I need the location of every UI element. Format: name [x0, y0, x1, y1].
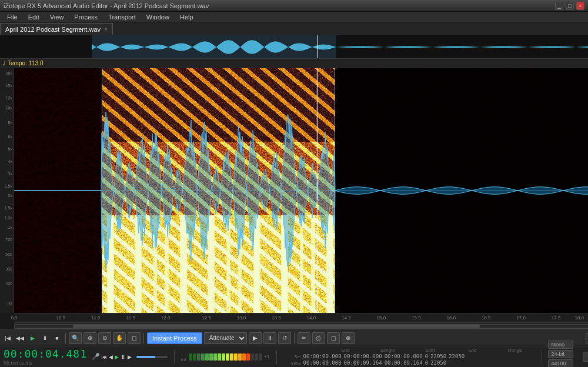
meter-label: -Inf: [181, 352, 186, 362]
tool-zoom2-button[interactable]: ⊕: [83, 332, 96, 344]
freq-4k: 4k: [8, 159, 12, 164]
tl-15-5: 15.5: [412, 315, 421, 321]
menu-file[interactable]: File: [2, 12, 22, 22]
sel-start: 00:00:00.000: [303, 353, 342, 359]
freq-5k: 5k: [8, 147, 12, 151]
tool-lasso-button[interactable]: ⊗: [342, 332, 355, 344]
tl-17-5: 17.5: [552, 315, 561, 321]
format-section: Mono 24-bit 44100 Hz: [548, 341, 573, 368]
meter-seg-5: [205, 353, 209, 361]
selection-info: End Length Start End Range Sel 00:00:00.…: [283, 348, 535, 366]
undo-button[interactable]: Undo: [583, 352, 588, 362]
meter-seg-1: [189, 353, 192, 361]
scrollbar-thumb[interactable]: [73, 325, 480, 328]
tool-brush-button[interactable]: ◎: [312, 332, 325, 344]
playback-prev-button[interactable]: ◀◀: [15, 333, 25, 343]
scrollbar-area[interactable]: [14, 322, 588, 329]
meter-seg-7: [213, 353, 217, 361]
menu-process[interactable]: Process: [69, 12, 102, 22]
transport-play-icon[interactable]: ▶: [115, 354, 119, 360]
menu-window[interactable]: Window: [142, 12, 174, 22]
meter-seg-18: [259, 353, 262, 361]
menu-transport[interactable]: Transport: [103, 12, 141, 22]
transport-back-icon[interactable]: ◀: [109, 354, 113, 360]
freq-1k: 1k: [8, 225, 12, 229]
playback-start-button[interactable]: |◀: [2, 333, 13, 343]
meter-seg-9: [222, 353, 225, 361]
meter-seg-16: [250, 353, 254, 361]
tl-12: 12.0: [161, 315, 171, 321]
freq-2-5k: 2.5k: [5, 184, 12, 188]
volume-slider[interactable]: [136, 356, 168, 358]
playback-stop-button[interactable]: ■: [52, 333, 62, 343]
tempo-bar: ♩ Tempo: 113.0: [0, 59, 588, 68]
menu-help[interactable]: Help: [175, 12, 198, 22]
meter-seg-4: [201, 353, 205, 361]
freq-1-5k: 1.5k: [5, 206, 12, 210]
tool-scroll-button[interactable]: ✋: [113, 332, 126, 344]
separator-1: [65, 333, 66, 343]
menu-edit[interactable]: Edit: [24, 12, 44, 22]
meter-seg-12: [234, 353, 238, 361]
minimize-button[interactable]: _: [555, 2, 563, 10]
transport-pause-icon[interactable]: ⏸: [121, 354, 126, 360]
view-freq-end: 22050: [430, 360, 446, 366]
meter-seg-3: [197, 353, 201, 361]
tl-15: 15.0: [377, 315, 386, 321]
playback-play-button[interactable]: ▶: [27, 333, 38, 343]
timeline: 0.0 10.5 11.0 11.5 12.0 12.5 13.0 13.5 1…: [14, 313, 588, 322]
spectrogram-container[interactable]: [14, 68, 588, 313]
statusbar: 00:00:04.481 hh:mm:s.ms 🎤 ⏮ ◀ ▶ ⏸ ▶ -Inf: [0, 346, 588, 367]
zoom-in-button[interactable]: +: [586, 333, 588, 343]
tool-zoom-button[interactable]: 🔍: [69, 332, 82, 344]
close-button[interactable]: ×: [576, 2, 584, 10]
tool-loop-button[interactable]: ↺: [278, 332, 291, 344]
sel-end: 00:00:00.000: [344, 353, 382, 359]
timecode-format: hh:mm:s.ms: [4, 360, 87, 366]
status-divider-2: [276, 350, 277, 364]
tool-eraser-button[interactable]: ◻: [327, 332, 340, 344]
freq-700: 700: [5, 238, 12, 242]
samplerate-badge: 44100 Hz: [548, 359, 573, 368]
separator-3: [294, 333, 295, 343]
freq-6k: 6k: [8, 135, 12, 139]
tool-select-button[interactable]: ◻: [128, 332, 141, 344]
transport-start-icon[interactable]: ⏮: [102, 354, 107, 360]
transport-fwd-icon[interactable]: ▶: [128, 354, 132, 360]
tl-16-5: 16.5: [482, 315, 491, 321]
attenuation-select[interactable]: Attenuate Remove Fill: [204, 332, 247, 344]
length-header: Length: [368, 348, 408, 353]
tab-label: April 2012 Podcast Segment.wav: [5, 26, 101, 33]
tab-close-button[interactable]: ×: [104, 26, 108, 32]
tl-14: 14.0: [307, 315, 316, 321]
tool-play-selection-button[interactable]: ▶: [249, 332, 262, 344]
toolbar: |◀ ◀◀ ▶ ⏸ ■ 🔍 ⊕ ⊖ ✋ ◻ Instant Process At…: [0, 329, 588, 346]
tl-12-5: 12.5: [202, 315, 211, 321]
meter-bar: -Inf: [181, 352, 270, 362]
meter-seg-17: [255, 353, 258, 361]
freq-300: 300: [5, 267, 12, 271]
audio-tab[interactable]: April 2012 Podcast Segment.wav ×: [0, 23, 113, 35]
tool-pencil-button[interactable]: ✏: [298, 332, 310, 344]
tl-18: 18.0: [574, 315, 584, 321]
maximize-button[interactable]: □: [566, 2, 574, 10]
view-length: 00:00:09.164: [385, 360, 423, 366]
tl-11: 11.0: [91, 315, 101, 321]
meter-seg-14: [242, 353, 246, 361]
mono-badge: Mono: [548, 341, 573, 349]
instant-process-button[interactable]: Instant Process: [147, 332, 202, 344]
mic-icon[interactable]: 🎤: [92, 353, 100, 361]
tl-14-5: 14.5: [342, 315, 351, 321]
transport-icons: 🎤 ⏮ ◀ ▶ ⏸ ▶: [92, 353, 132, 361]
meter-seg-8: [218, 353, 221, 361]
tool-zoom3-button[interactable]: ⊖: [98, 332, 111, 344]
freq-15k: 15k: [6, 84, 12, 88]
waveform-overview[interactable]: [0, 35, 588, 59]
menu-view[interactable]: View: [45, 12, 69, 22]
freq-10k: 10k: [6, 105, 12, 109]
view-label: View: [283, 361, 301, 366]
freq-hz: Hz: [7, 301, 12, 305]
tl-17: 17.0: [516, 315, 526, 321]
playback-pause-button[interactable]: ⏸: [39, 333, 50, 343]
tool-pause-button[interactable]: ⏸: [263, 332, 276, 344]
